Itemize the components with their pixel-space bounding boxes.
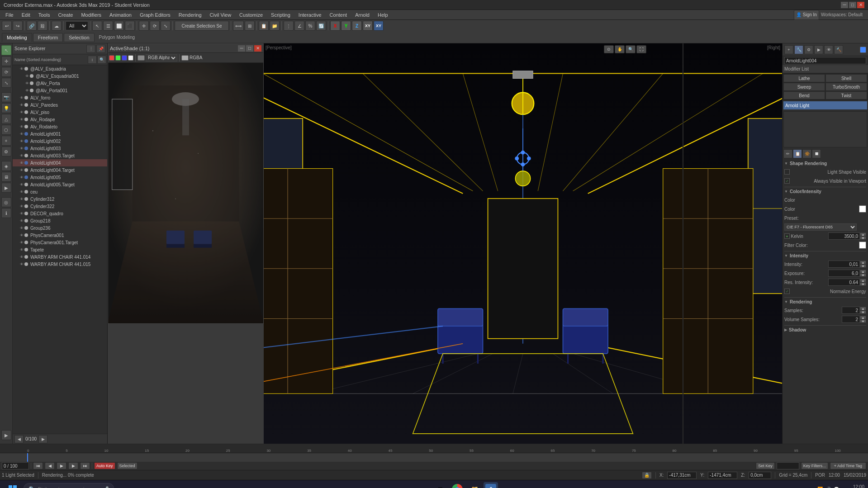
scene-item-eye[interactable]: 👁 — [20, 233, 24, 237]
view-z-button[interactable]: Z — [352, 21, 362, 31]
scene-item[interactable]: 👁ArnoldLight005 — [13, 174, 107, 181]
scale-button[interactable]: ⤡ — [161, 21, 171, 31]
shadow-header[interactable]: ▶ Shadow — [784, 327, 866, 332]
windows-start-button[interactable] — [4, 482, 22, 488]
key-filters-button[interactable]: Key Filters... — [801, 462, 828, 469]
scene-item-eye[interactable]: 👁 — [25, 89, 29, 93]
percent-snap-button[interactable]: % — [305, 21, 315, 31]
scene-item[interactable]: 👁ceu — [13, 188, 107, 195]
playhead[interactable] — [27, 453, 28, 462]
res-intensity-down[interactable]: ▼ — [860, 282, 866, 286]
res-intensity-input[interactable]: 0.64 — [828, 279, 860, 286]
select-link-button[interactable]: 🔗 — [27, 21, 37, 31]
tab-freeform[interactable]: Freeform — [33, 33, 63, 42]
expand-arrow[interactable]: ▶ — [1, 430, 11, 440]
scene-item-eye[interactable]: 👁 — [20, 118, 24, 122]
scene-item[interactable]: 👁ALV_forro — [13, 94, 107, 101]
samples-input[interactable]: 2 — [842, 307, 860, 314]
scene-item[interactable]: 👁ArnoldLight005.Target — [13, 181, 107, 188]
rp-tab-pencil[interactable]: ✏ — [783, 149, 792, 158]
scene-item[interactable]: 👁@Alv_Porta001 — [13, 87, 107, 94]
blue-channel-dot[interactable] — [122, 55, 127, 61]
menu-content[interactable]: Content — [326, 11, 351, 19]
scene-item-eye[interactable]: 👁 — [20, 241, 24, 245]
viewport-zoom[interactable]: 🔍 — [626, 45, 636, 53]
scene-item-eye[interactable]: 👁 — [20, 161, 24, 165]
mirror-button[interactable]: ⟺ — [233, 21, 244, 31]
chrome-browser-button[interactable] — [449, 482, 465, 488]
rp-tab-geo[interactable]: 🔲 — [812, 149, 821, 158]
intensity-up[interactable]: ▲ — [860, 261, 866, 264]
rp-create-btn[interactable]: + — [784, 45, 793, 54]
scene-item[interactable]: 👁PhysCamera001.Target — [13, 239, 107, 246]
scene-item[interactable]: 👁ArnoldLight001 — [13, 130, 107, 137]
exposure-up[interactable]: ▲ — [860, 270, 866, 273]
intensity-input[interactable]: 0,01 — [828, 261, 860, 268]
scene-item[interactable]: 👁Cylinder312 — [13, 195, 107, 203]
kelvin-checkbox[interactable]: ● — [784, 233, 790, 239]
scene-item-eye[interactable]: 👁 — [20, 248, 24, 252]
viewport-orbit[interactable]: ⊙ — [604, 45, 614, 53]
modifier-lathe[interactable]: Lathe — [783, 74, 825, 82]
scene-item[interactable]: 👁Cylinder322 — [13, 203, 107, 210]
scene-item[interactable]: 👁ArnoldLight002 — [13, 137, 107, 145]
viewport-maximize[interactable]: ⛶ — [636, 45, 646, 53]
scene-item-eye[interactable]: 👁 — [20, 168, 24, 172]
scene-explorer-options[interactable]: ⋮ — [86, 45, 95, 53]
light-shape-visible-checkbox[interactable] — [784, 169, 790, 175]
kelvin-up[interactable]: ▲ — [860, 232, 866, 236]
green-channel-dot[interactable] — [115, 55, 121, 61]
select-tool[interactable]: ↖ — [1, 45, 11, 55]
menu-scripting[interactable]: Scripting — [267, 11, 294, 19]
menu-interactive[interactable]: Interactive — [295, 11, 325, 19]
rotate-tool[interactable]: ⟳ — [1, 67, 11, 77]
activeshade-minimize[interactable]: ─ — [238, 45, 245, 52]
taskview-button[interactable]: ⊞ — [433, 482, 447, 488]
light-tool[interactable]: 💡 — [1, 103, 11, 113]
snap-3d-button[interactable]: ⋮ — [284, 21, 294, 31]
rp-tab-render[interactable]: 🔆 — [802, 149, 811, 158]
scene-item[interactable]: 👁Alv_Rodateto — [13, 123, 107, 130]
modifier-turbosmooth[interactable]: TurboSmooth — [825, 83, 867, 91]
microphone-icon[interactable]: 🎤 — [102, 486, 109, 488]
rotate-button[interactable]: ⟳ — [150, 21, 160, 31]
exposure-down[interactable]: ▼ — [860, 273, 866, 277]
activeshade-canvas[interactable] — [108, 63, 263, 323]
helper-tool[interactable]: + — [1, 136, 11, 146]
scene-item-eye[interactable]: 👁 — [20, 110, 24, 114]
volume-samples-down[interactable]: ▼ — [860, 319, 866, 323]
viewport-3d[interactable]: [Perspective] [Right] ⊙ ✋ 🔍 ⛶ — [264, 43, 782, 444]
scene-item-eye[interactable]: 👁 — [20, 139, 24, 143]
scene-item-eye[interactable]: 👁 — [20, 175, 24, 180]
go-to-end[interactable]: ⏭ — [80, 462, 90, 469]
modifier-shell[interactable]: Shell — [825, 74, 867, 82]
scene-item-eye[interactable]: 👁 — [20, 226, 24, 230]
scene-item-eye[interactable]: 👁 — [25, 81, 29, 85]
timeline-track[interactable] — [0, 453, 868, 462]
coord-x-input[interactable] — [667, 472, 697, 479]
scene-item[interactable]: 👁PhysCamera001 — [13, 232, 107, 239]
menu-file[interactable]: File — [2, 11, 17, 19]
menu-customize[interactable]: Customize — [236, 11, 266, 19]
scene-item-eye[interactable]: 👁 — [20, 204, 24, 208]
menu-edit[interactable]: Edit — [18, 11, 34, 19]
sign-in-button[interactable]: 👤 Sign In — [794, 10, 819, 20]
layer-manager[interactable]: 📁 — [270, 21, 280, 31]
normalize-energy-checkbox[interactable]: ✓ — [784, 289, 790, 294]
scene-item-eye[interactable]: 👁 — [20, 132, 24, 136]
menu-animation[interactable]: Animation — [106, 11, 135, 19]
lock-selection-button[interactable]: 🔒 — [642, 472, 652, 479]
activeshade-titlebar[interactable]: ActiveShade (1:1) ─ □ ✕ — [108, 44, 263, 53]
frame-counter[interactable] — [2, 462, 29, 469]
3dsmax-button[interactable]: 3 — [484, 482, 498, 488]
scene-item-eye[interactable]: 👁 — [20, 154, 24, 158]
link-info-tool[interactable]: ℹ — [1, 208, 11, 218]
viewport-pan[interactable]: ✋ — [615, 45, 625, 53]
window-crossing[interactable]: ⬛ — [125, 21, 135, 31]
scene-item[interactable]: 👁Tapete — [13, 246, 107, 253]
scene-item-eye[interactable]: 👁 — [20, 147, 24, 151]
scene-item-eye[interactable]: 👁 — [20, 103, 24, 107]
scene-item[interactable]: 👁@ALV_Esquadria — [13, 65, 107, 72]
move-tool[interactable]: ✛ — [1, 56, 11, 66]
scene-item[interactable]: 👁ArnoldLight004.Target — [13, 166, 107, 174]
